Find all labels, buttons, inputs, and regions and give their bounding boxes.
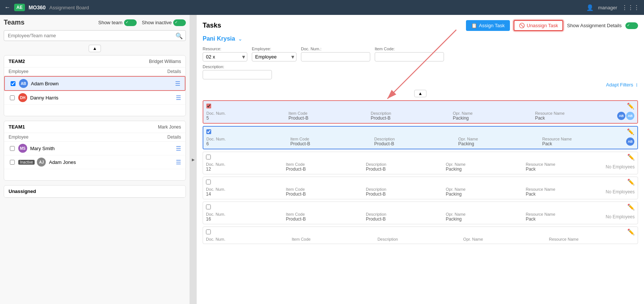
task-3-edit-icon[interactable]: ✏️ bbox=[627, 153, 635, 161]
task-6-description: Description bbox=[377, 237, 463, 241]
right-panel: Tasks 📋 Assign Task 🚫 Unassign Task Show… bbox=[197, 15, 644, 304]
task-5-resource: Resource Name Pack bbox=[526, 212, 606, 222]
employee-select-wrap: Employee bbox=[252, 52, 296, 61]
show-team-toggle: Show team bbox=[98, 19, 137, 26]
app-name: MO360 bbox=[29, 4, 46, 10]
team2-name: TEAM2 bbox=[9, 58, 25, 64]
team2-header: TEAM2 Bridget Williams bbox=[4, 56, 185, 67]
task-3-checkbox[interactable] bbox=[206, 155, 211, 159]
task-row-1-data: Doc. Num. 5 Item Code Product-B Descript… bbox=[203, 110, 637, 123]
team1-table-header: Employee Details bbox=[4, 133, 185, 142]
employee-row-adam-brown[interactable]: AB Adam Brown ☰ bbox=[4, 76, 185, 91]
details-btn-mary-smith[interactable]: ☰ bbox=[176, 145, 181, 152]
task-5-edit-icon[interactable]: ✏️ bbox=[627, 203, 635, 210]
resource-filter: Resource: 02 x bbox=[203, 47, 247, 61]
doc-num-input[interactable] bbox=[301, 52, 370, 61]
resource-select-wrap: 02 x bbox=[203, 52, 247, 61]
board-name: Assignment Board bbox=[50, 5, 89, 10]
task-row-5-top: ✏️ bbox=[203, 202, 638, 211]
task-row-3-data: Doc. Num. 12 Item Code Product-B Descrip… bbox=[203, 161, 638, 174]
collapse-button[interactable]: ▲ bbox=[89, 45, 101, 52]
resource-select[interactable]: 02 x bbox=[203, 52, 247, 61]
employee-name-adam-brown: Adam Brown bbox=[31, 81, 175, 86]
search-bar: 🔍 bbox=[4, 30, 186, 41]
employee-checkbox-mary-smith[interactable] bbox=[9, 146, 16, 151]
task-row-5-data: Doc. Num. 16 Item Code Product-B Descrip… bbox=[203, 211, 638, 224]
employee-row-adam-jones[interactable]: Inactive AJ Adam Jones ☰ bbox=[4, 155, 185, 169]
task-row-4-top: ✏️ bbox=[203, 177, 638, 186]
unassigned-section: Unassigned bbox=[4, 185, 186, 198]
col-details-label: Details bbox=[159, 69, 181, 74]
employee-row-mary-smith[interactable]: MS Mary Smith ☰ bbox=[4, 142, 185, 155]
task-5-doc-num: Doc. Num. 16 bbox=[206, 212, 286, 222]
back-button[interactable]: ← bbox=[4, 4, 10, 11]
inactive-badge: Inactive bbox=[18, 160, 35, 165]
topnav-right: 👤 manager ⋮⋮⋮ bbox=[586, 4, 640, 11]
assign-task-button[interactable]: 📋 Assign Task bbox=[466, 20, 510, 31]
task-3-resource: Resource Name Pack bbox=[526, 162, 606, 172]
show-inactive-switch[interactable] bbox=[173, 19, 186, 26]
description-input[interactable] bbox=[203, 70, 272, 79]
side-collapse[interactable]: ▶ bbox=[190, 15, 197, 304]
employee-row-danny-harris[interactable]: DH Danny Harris ☰ bbox=[4, 91, 185, 105]
task-4-edit-icon[interactable]: ✏️ bbox=[627, 178, 635, 186]
teams-title: Teams bbox=[4, 19, 25, 26]
task-2-description: Description Product-B bbox=[374, 137, 458, 146]
task-1-doc-num: Doc. Num. 5 bbox=[206, 111, 289, 121]
selected-employee-name[interactable]: Pani Krysia bbox=[203, 35, 235, 42]
tasks-actions: 📋 Assign Task 🚫 Unassign Task Show Assig… bbox=[466, 20, 638, 31]
task-4-no-employees: No Employees bbox=[606, 189, 635, 194]
search-input[interactable] bbox=[4, 30, 186, 41]
show-assignment-details-switch[interactable] bbox=[625, 22, 638, 29]
avatar-danny-harris: DH bbox=[18, 93, 27, 102]
task-5-opr: Opr. Name Packing bbox=[446, 212, 526, 222]
task-1-avatar-ab: AB bbox=[617, 112, 625, 120]
task-1-checkbox[interactable] bbox=[206, 104, 211, 108]
details-btn-adam-brown[interactable]: ☰ bbox=[175, 80, 180, 87]
team1-name: TEAM1 bbox=[9, 124, 25, 130]
team2-manager: Bridget Williams bbox=[149, 59, 181, 64]
avatar-mary-smith: MS bbox=[18, 144, 27, 153]
task-6-opr: Opr. Name bbox=[463, 237, 549, 241]
employee-filter: Employee: Employee bbox=[252, 47, 296, 61]
task-row-2-top: ✏️ bbox=[203, 127, 637, 136]
left-panel: Teams Show team Show inactive 🔍 ▲ bbox=[0, 15, 190, 304]
task-row-2-data: Doc. Num. 6 Item Code Product-B Descript… bbox=[203, 136, 637, 149]
task-row-2: ✏️ Doc. Num. 6 Item Code Product-B Descr… bbox=[203, 126, 638, 149]
grid-icon[interactable]: ⋮⋮⋮ bbox=[622, 4, 640, 11]
task-1-description: Description Product-B bbox=[371, 111, 453, 121]
task-row-3-top: ✏️ bbox=[203, 152, 638, 161]
employee-chevron-icon[interactable]: ⌄ bbox=[238, 36, 242, 42]
show-team-switch[interactable] bbox=[124, 19, 137, 26]
item-code-input[interactable] bbox=[375, 52, 444, 61]
employee-checkbox-adam-brown[interactable] bbox=[9, 81, 17, 86]
task-1-item-code: Item Code Product-B bbox=[289, 111, 371, 121]
task-2-item-code: Item Code Product-B bbox=[290, 137, 374, 146]
task-1-edit-icon[interactable]: ✏️ bbox=[627, 102, 634, 110]
sort-icon[interactable]: ↕ bbox=[635, 82, 638, 88]
team2-spacer bbox=[4, 105, 185, 116]
task-2-edit-icon[interactable]: ✏️ bbox=[627, 128, 634, 135]
doc-num-filter: Doc. Num.: bbox=[301, 47, 370, 61]
details-btn-danny-harris[interactable]: ☰ bbox=[176, 94, 181, 101]
unassign-task-button[interactable]: 🚫 Unassign Task bbox=[514, 20, 563, 31]
task-5-checkbox[interactable] bbox=[206, 205, 211, 209]
task-6-checkbox[interactable] bbox=[206, 229, 211, 234]
task-row-1-top: ✏️ bbox=[203, 101, 637, 110]
details-btn-adam-jones[interactable]: ☰ bbox=[176, 159, 181, 166]
employee-checkbox-adam-jones[interactable] bbox=[9, 160, 16, 165]
task-3-item-code: Item Code Product-B bbox=[286, 162, 366, 172]
left-header: Teams Show team Show inactive bbox=[4, 19, 186, 26]
employee-checkbox-danny-harris[interactable] bbox=[9, 95, 16, 100]
adapt-filters-link[interactable]: Adapt Filters bbox=[606, 82, 633, 88]
task-6-edit-icon[interactable]: ✏️ bbox=[627, 228, 635, 235]
task-4-checkbox[interactable] bbox=[206, 180, 211, 184]
unassign-task-label: Unassign Task bbox=[527, 23, 558, 28]
item-code-label: Item Code: bbox=[375, 47, 444, 51]
task-2-checkbox[interactable] bbox=[206, 129, 211, 134]
employee-select[interactable]: Employee bbox=[252, 52, 296, 61]
task-row-6-top: ✏️ bbox=[203, 227, 638, 236]
right-collapse-button[interactable]: ▲ bbox=[414, 90, 427, 97]
employee-name-adam-jones: Adam Jones bbox=[49, 159, 176, 165]
filters-row: Resource: 02 x Employee: Employee Doc. N… bbox=[203, 47, 638, 61]
